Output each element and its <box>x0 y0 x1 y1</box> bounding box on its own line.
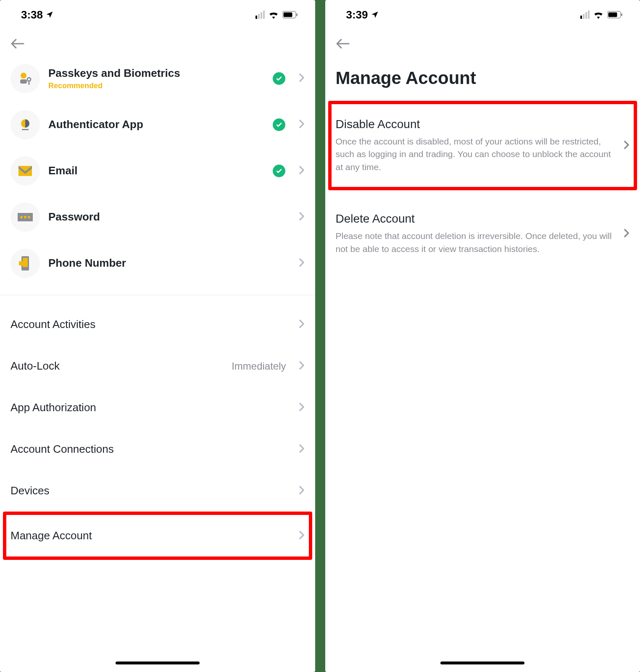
status-time: 3:39 <box>346 8 368 21</box>
settings-item-activities[interactable]: Account Activities <box>11 304 305 345</box>
settings-item-autolock[interactable]: Auto-Lock Immediately <box>11 345 305 387</box>
svg-rect-9 <box>18 166 32 176</box>
chevron-right-icon <box>299 165 305 176</box>
security-item-email[interactable]: Email <box>11 148 305 194</box>
security-item-phone[interactable]: Phone Number <box>11 240 305 286</box>
status-right <box>580 10 623 19</box>
home-indicator <box>440 662 524 664</box>
item-title: Account Activities <box>11 318 95 331</box>
status-bar: 3:38 <box>0 0 315 29</box>
wifi-icon <box>593 10 604 19</box>
card-description: Once the account is disabled, most of yo… <box>336 135 612 173</box>
battery-icon <box>607 11 623 18</box>
chevron-right-icon <box>299 402 305 413</box>
svg-rect-8 <box>22 129 29 130</box>
signal-icon <box>580 10 590 19</box>
signal-icon <box>255 10 265 19</box>
settings-item-devices[interactable]: Devices <box>11 470 305 512</box>
card-title: Delete Account <box>336 212 612 226</box>
security-item-password[interactable]: Password <box>11 194 305 240</box>
security-settings-screen: 3:38 Passkeys and Biometrics <box>0 0 315 672</box>
svg-point-3 <box>21 73 26 79</box>
item-title: Password <box>48 210 285 223</box>
svg-rect-2 <box>296 13 298 16</box>
security-item-passkeys[interactable]: Passkeys and Biometrics Recommended <box>11 55 305 102</box>
wifi-icon <box>268 10 279 19</box>
settings-item-connections[interactable]: Account Connections <box>11 428 305 470</box>
svg-rect-19 <box>621 13 622 16</box>
card-disable-account[interactable]: Disable Account Once the account is disa… <box>336 108 630 183</box>
chevron-right-icon <box>299 119 305 130</box>
svg-point-12 <box>24 216 26 218</box>
svg-rect-16 <box>19 261 25 265</box>
chevron-right-icon <box>299 444 305 455</box>
settings-item-app-auth[interactable]: App Authorization <box>11 387 305 428</box>
svg-rect-4 <box>20 79 27 84</box>
back-button[interactable] <box>336 38 350 50</box>
svg-rect-18 <box>608 13 617 17</box>
item-value: Immediately <box>232 360 286 372</box>
item-title: Authenticator App <box>48 118 264 131</box>
card-delete-account[interactable]: Delete Account Please note that account … <box>336 203 630 265</box>
item-title: Devices <box>11 484 49 497</box>
chevron-right-icon <box>299 73 305 84</box>
item-title: Manage Account <box>11 529 92 542</box>
check-icon <box>273 165 285 177</box>
item-title: Phone Number <box>48 257 285 270</box>
section-divider <box>0 295 315 295</box>
svg-point-13 <box>28 216 30 218</box>
home-indicator <box>116 662 200 664</box>
back-button[interactable] <box>11 38 25 50</box>
email-icon <box>11 156 40 186</box>
item-title: App Authorization <box>11 401 96 414</box>
item-title: Account Connections <box>11 443 114 456</box>
settings-item-manage-account[interactable]: Manage Account <box>11 515 305 556</box>
chevron-right-icon <box>299 258 305 269</box>
location-icon <box>45 10 54 19</box>
status-bar: 3:39 <box>325 0 640 29</box>
security-item-authenticator[interactable]: Authenticator App <box>11 102 305 148</box>
page-title: Manage Account <box>336 55 630 101</box>
item-title: Passkeys and Biometrics <box>48 67 264 80</box>
svg-point-11 <box>20 216 23 218</box>
card-description: Please note that account deletion is irr… <box>336 230 612 255</box>
battery-icon <box>282 11 298 18</box>
chevron-right-icon <box>299 530 305 541</box>
chevron-right-icon <box>299 212 305 223</box>
item-title: Email <box>48 164 264 177</box>
chevron-right-icon <box>299 319 305 330</box>
check-icon <box>273 72 285 85</box>
location-icon <box>371 10 379 19</box>
chevron-right-icon <box>624 228 629 239</box>
chevron-right-icon <box>299 361 305 372</box>
password-icon <box>11 202 40 232</box>
svg-rect-1 <box>283 13 292 17</box>
status-time: 3:38 <box>21 8 43 21</box>
highlight-disable-account: Disable Account Once the account is disa… <box>328 101 637 190</box>
highlight-manage-account: Manage Account <box>3 512 312 560</box>
passkeys-icon <box>11 64 40 93</box>
chevron-right-icon <box>299 486 305 496</box>
svg-rect-6 <box>29 81 30 85</box>
check-icon <box>273 118 285 131</box>
status-right <box>255 10 298 19</box>
svg-point-5 <box>27 78 31 81</box>
authenticator-icon <box>11 110 40 139</box>
item-title: Auto-Lock <box>11 360 60 373</box>
phone-icon <box>11 249 40 278</box>
manage-account-screen: 3:39 Manage Account Disable Account <box>325 0 640 672</box>
card-title: Disable Account <box>336 118 612 131</box>
chevron-right-icon <box>624 140 629 151</box>
item-subtitle: Recommended <box>48 81 264 90</box>
